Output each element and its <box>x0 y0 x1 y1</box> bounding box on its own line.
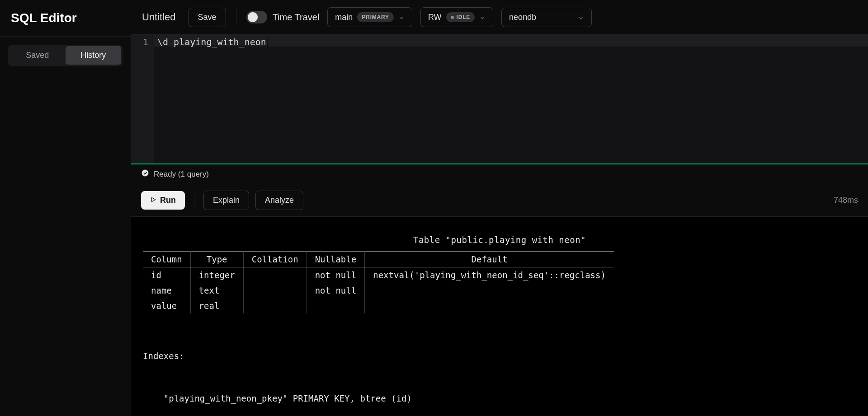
action-bar: Run Explain Analyze 748ms <box>131 184 868 217</box>
col-column: Column <box>143 252 190 267</box>
query-timing: 748ms <box>834 196 858 205</box>
tab-history[interactable]: History <box>66 46 122 65</box>
run-label: Run <box>160 196 176 205</box>
sidebar: SQL Editor Saved History <box>0 0 131 416</box>
branch-name: main <box>335 13 353 22</box>
table-header-row: Column Type Collation Nullable Default <box>143 252 614 267</box>
col-collation: Collation <box>243 252 307 267</box>
editor-gutter: 1 <box>131 35 154 164</box>
chevron-down-icon <box>578 14 584 20</box>
svg-point-0 <box>142 170 149 177</box>
tab-saved[interactable]: Saved <box>9 46 66 65</box>
branch-dropdown[interactable]: main PRIMARY <box>327 7 412 27</box>
svg-marker-1 <box>152 197 156 201</box>
time-travel-toggle[interactable] <box>246 11 267 23</box>
database-dropdown[interactable]: neondb <box>501 8 592 27</box>
database-name: neondb <box>509 13 536 22</box>
toolbar: Untitled Save Time Travel main PRIMARY R… <box>131 0 868 35</box>
result-table: Column Type Collation Nullable Default i… <box>143 251 614 313</box>
table-row: value real <box>143 298 614 313</box>
chevron-down-icon <box>479 14 486 20</box>
main: Untitled Save Time Travel main PRIMARY R… <box>131 0 868 416</box>
sidebar-tabs: Saved History <box>8 45 123 66</box>
explain-button[interactable]: Explain <box>203 191 249 210</box>
mode-dropdown[interactable]: RW IDLE <box>420 7 493 27</box>
branch-badge: PRIMARY <box>357 12 394 22</box>
code-line: \d playing_with_neon <box>157 37 864 47</box>
col-type: Type <box>190 252 243 267</box>
table-row: id integer not null nextval('playing_wit… <box>143 267 614 283</box>
indexes-line: "playing_with_neon_pkey" PRIMARY KEY, bt… <box>143 392 856 406</box>
chevron-down-icon <box>398 14 405 20</box>
save-button[interactable]: Save <box>189 8 226 27</box>
text-cursor <box>267 37 267 47</box>
col-default: Default <box>365 252 614 267</box>
result-title: Table "public.playing_with_neon" <box>143 235 856 245</box>
page-title: SQL Editor <box>11 11 120 25</box>
time-travel-label: Time Travel <box>273 12 320 23</box>
indexes-block: Indexes: "playing_with_neon_pkey" PRIMAR… <box>143 321 856 416</box>
mode-status-badge: IDLE <box>446 12 475 22</box>
check-circle-icon <box>141 169 149 179</box>
time-travel-control: Time Travel <box>246 11 320 23</box>
status-bar: Ready (1 query) <box>131 164 868 184</box>
sql-editor[interactable]: 1 \d playing_with_neon <box>131 35 868 164</box>
mode-label: RW <box>428 13 442 22</box>
separator <box>194 194 194 207</box>
result-panel[interactable]: Table "public.playing_with_neon" Column … <box>131 217 868 416</box>
mode-status-text: IDLE <box>457 14 471 20</box>
sidebar-header: SQL Editor <box>0 0 131 37</box>
status-text: Ready (1 query) <box>154 170 209 179</box>
run-button[interactable]: Run <box>141 191 185 210</box>
editor-content[interactable]: \d playing_with_neon <box>154 35 868 164</box>
analyze-button[interactable]: Analyze <box>255 191 303 210</box>
table-row: name text not null <box>143 283 614 298</box>
doc-title[interactable]: Untitled <box>142 11 176 23</box>
status-dot-icon <box>451 16 454 19</box>
col-nullable: Nullable <box>307 252 365 267</box>
line-number: 1 <box>133 37 148 47</box>
separator <box>236 8 236 26</box>
indexes-label: Indexes: <box>143 349 856 363</box>
play-icon <box>150 196 156 205</box>
